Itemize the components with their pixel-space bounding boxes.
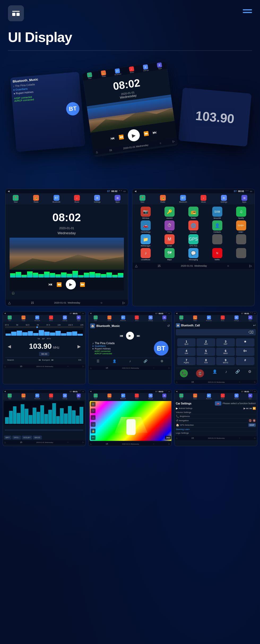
key-9[interactable]: 9WXYZ — [216, 357, 235, 365]
eq-dolby[interactable]: DOLBY — [22, 436, 32, 440]
hero-section: Bluetooth_Music ♪ The Pina Colada ♦ Guar… — [8, 59, 252, 178]
key-0[interactable]: 0+ — [236, 348, 254, 356]
app-messaging[interactable]: 💬 Messaging — [182, 248, 205, 261]
bottom-bar: △ 15 2020-01-01 Wednesday ○ ▷ — [6, 300, 128, 306]
disc-button[interactable]: DISF — [248, 423, 256, 427]
app-contacts[interactable]: 👤 Contacts — [206, 220, 228, 233]
bt-link-icon[interactable]: 🔗 — [144, 359, 148, 363]
app-maps[interactable]: 🗺 Maps — [158, 248, 181, 261]
app-netflix[interactable]: N Netflix — [206, 248, 228, 261]
bt-next[interactable]: ⏭ — [137, 334, 140, 338]
screens-grid-main: ◀ BT 08:02 ⌃⌃ ▭ 📍Navi 📻Radio BTBluetooth… — [0, 189, 260, 306]
key-7[interactable]: 7PQRS — [177, 357, 196, 365]
home-prev[interactable]: ⏮ — [48, 282, 53, 287]
end-call-button[interactable]: 📵 — [196, 369, 204, 377]
key-5[interactable]: 5JKL — [197, 348, 215, 356]
nav-bars[interactable] — [243, 5, 252, 13]
key-6[interactable]: 6MNO — [216, 348, 235, 356]
hero-screen-left: Bluetooth_Music ♪ The Pina Colada ♦ Guar… — [10, 72, 85, 152]
app-localmusic[interactable]: ♪ LocalMusic — [135, 248, 157, 261]
app-siriusxm[interactable]: SXM SiriusXM — [206, 207, 228, 219]
app-radio[interactable]: 📻 Radio — [182, 207, 205, 219]
play-icon: ▶ — [244, 407, 246, 410]
divider — [8, 50, 252, 51]
play-btn[interactable]: ▶ — [127, 129, 140, 142]
home-screen: ◀ BT 08:02 ⌃⌃ ▭ 📍Navi 📻Radio BTBluetooth… — [5, 189, 128, 306]
app-gmail[interactable]: M Gmail — [158, 234, 181, 247]
app-dab[interactable]: DAB+ DAB+ — [230, 220, 252, 233]
hero-screen-main: 📍 Navi 📻 Radio BT Bluetooth ♪ Music — [82, 61, 178, 157]
bt-prev[interactable]: ⏮ — [120, 334, 123, 338]
fm-next[interactable]: ▶ — [77, 344, 81, 349]
screens-grid-3col-row1: ◀ BT 08:01 ⌃⌃ ▭ 📍Navi 📻Radio BTBluetooth… — [0, 312, 260, 384]
eq-bass[interactable]: BASS — [33, 436, 42, 440]
app-spotify[interactable]: ♫ Spotify — [230, 207, 252, 219]
home-forward[interactable]: ⏩ — [80, 282, 85, 287]
rewind-btn[interactable]: ⏪ — [118, 134, 124, 140]
key-star[interactable]: ★ — [236, 338, 254, 347]
bt-call-screen: ◀ BT 08:01 ⌃⌃ ▭ 📍Navi 📻Radio BTBluetooth… — [174, 312, 257, 384]
app-360view[interactable]: 📷 360View — [135, 207, 157, 219]
app-chrome[interactable]: 🌐 Chrome — [182, 220, 205, 233]
status-bar: ◀ BT 08:02 ⌃⌃ ▭ — [6, 189, 128, 193]
app-gpstest[interactable]: GPS GPS Test — [182, 234, 205, 247]
prev-icon: ⏮ — [249, 407, 252, 410]
key-1[interactable]: 1QLD — [177, 338, 196, 347]
car-settings-screen: ◀ BT 08:01 ⌃⌃ ▭ 📍Navi 📻Radio BTBluetooth… — [174, 390, 257, 446]
page-title: UI Display — [0, 27, 260, 50]
home-rewind[interactable]: ⏪ — [57, 282, 62, 287]
menu-button[interactable] — [8, 5, 24, 21]
bt-home-icon[interactable]: 🏠 — [90, 323, 95, 328]
delete-btn[interactable]: ⌫ — [248, 330, 254, 334]
app-filemanager[interactable]: 📁 fileManager — [135, 234, 157, 247]
view360-screen: ◀ BT 08:02 ⌃⌃ ▭ 📍Navi 📻Radio BTBluetooth… — [88, 390, 171, 446]
key-3[interactable]: 3DEF — [216, 338, 235, 347]
eq-brt[interactable]: BRT — [4, 436, 11, 440]
header — [0, 0, 260, 27]
next-btn[interactable]: ⏭ — [152, 130, 157, 135]
bt-menu-icon[interactable]: ☰ — [97, 359, 99, 363]
bt-back-btn[interactable]: ↺ — [167, 324, 170, 328]
bt-music-screen: ◀ BT 08:02 ⌃⌃ ▭ 📍Navi 📻Radio BTBluetooth… — [88, 312, 171, 384]
music-btn[interactable]: ♪ — [225, 369, 227, 377]
hero-screen-right: 103.90 — [178, 88, 252, 147]
bt-music-icon[interactable]: ♪ — [129, 359, 131, 363]
bt-settings-icon[interactable]: ⚙ — [161, 359, 163, 363]
apps-screen: ◀ BT 08:02 ⌃⌃ ▭ 📍Navi 📻Radio BTBluetooth… — [132, 189, 255, 306]
prev-btn[interactable]: ⏮ — [110, 136, 115, 141]
fm-prev[interactable]: ◀ — [8, 344, 11, 349]
apps-grid: 📷 360View 🔑 AutoKit 📻 Radio SXM SiriusXM… — [132, 204, 255, 263]
app-empty2 — [230, 234, 252, 247]
fm-radio-screen: ◀ BT 08:01 ⌃⌃ ▭ 📍Navi 📻Radio BTBluetooth… — [3, 312, 86, 384]
eq-screen: ◀ BT 08:01 ⌃⌃ ▭ 📍Navi 📻Radio BTBluetooth… — [3, 390, 86, 446]
link-btn[interactable]: 🔗 — [235, 369, 240, 377]
bt-call-back[interactable]: ↩ — [253, 323, 256, 327]
contacts-btn[interactable]: 👤 — [213, 369, 217, 377]
bt-contacts-icon[interactable]: 👤 — [112, 359, 116, 363]
fm-screen-content: 87.59092.59597.5100102.5105 — [3, 322, 85, 364]
home-play[interactable]: ▶ — [66, 279, 76, 289]
app-autokit[interactable]: 🔑 AutoKit — [158, 207, 181, 219]
key-hash[interactable]: # — [236, 357, 254, 365]
skip-icon: ⏭ — [246, 407, 249, 410]
call-button[interactable]: 📞 — [180, 369, 188, 377]
bt-play[interactable]: ▶ — [126, 332, 134, 340]
app-carsettings[interactable]: 🚗 CarSettings — [135, 220, 157, 233]
ff-icon: ⏩ — [253, 407, 256, 410]
car-nav-bar: 📍Navi 📻Radio BTBluetooth ♪Music ⚙Setting… — [6, 193, 128, 204]
app-empty3 — [230, 248, 252, 261]
app-empty1 — [206, 234, 228, 247]
forward-btn[interactable]: ⏩ — [143, 131, 149, 137]
screens-grid-3col-row2: ◀ BT 08:01 ⌃⌃ ▭ 📍Navi 📻Radio BTBluetooth… — [0, 390, 260, 446]
app-tpms[interactable]: ⏱ TPMS — [158, 220, 181, 233]
key-4[interactable]: 4GHI — [177, 348, 196, 356]
key-2[interactable]: 2ABC — [197, 338, 215, 347]
eq-srs[interactable]: SRS○ — [12, 436, 21, 440]
gear-btn[interactable]: ⚙ — [248, 369, 252, 377]
key-8[interactable]: 8TUV — [197, 357, 215, 365]
